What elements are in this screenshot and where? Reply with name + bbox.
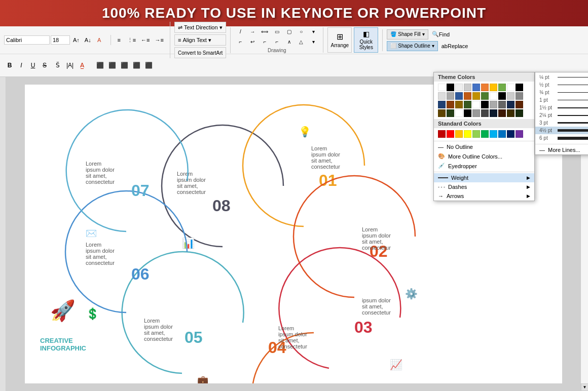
theme-color-swatch[interactable] [455, 109, 463, 117]
theme-color-swatch[interactable] [498, 109, 506, 117]
font-color-btn[interactable]: A̲ [77, 60, 88, 71]
find-btn[interactable]: 🔍 Find [430, 29, 452, 40]
weight-line-item[interactable]: 3 pt [535, 119, 588, 127]
theme-color-swatch[interactable] [507, 92, 514, 100]
font-clear-btn[interactable]: A [94, 35, 104, 45]
standard-color-swatch[interactable] [464, 130, 471, 138]
more-lines-item[interactable]: — More Lines... [535, 145, 588, 154]
theme-color-swatch[interactable] [507, 84, 514, 91]
more-shapes-btn[interactable]: ▾ [308, 27, 319, 36]
text-direction-btn[interactable]: ⇌ Text Direction ▾ [174, 22, 226, 33]
theme-color-swatch[interactable] [498, 92, 506, 100]
shape8-btn[interactable]: ▾ [308, 37, 319, 47]
bullet-list-btn[interactable]: ≡ [114, 35, 124, 45]
theme-color-swatch[interactable] [438, 101, 446, 108]
theme-color-swatch[interactable] [455, 101, 463, 108]
shape5-btn[interactable]: ⌐ [271, 37, 282, 47]
theme-color-swatch[interactable] [490, 92, 497, 100]
theme-color-swatch[interactable] [464, 101, 471, 108]
weight-line-item[interactable]: 1 pt [535, 96, 588, 104]
standard-color-swatch[interactable] [438, 130, 446, 138]
weight-line-item[interactable]: 1½ pt [535, 104, 588, 111]
weight-line-item[interactable]: ¾ pt [535, 89, 588, 96]
italic-btn[interactable]: I [16, 60, 27, 71]
weight-line-item[interactable]: 6 pt [535, 134, 588, 142]
theme-color-swatch[interactable] [447, 84, 454, 91]
arrows-item[interactable]: → Arrows [434, 191, 534, 201]
theme-color-swatch[interactable] [455, 92, 463, 100]
numbered-list-btn[interactable]: ⋮≡ [125, 35, 138, 45]
theme-color-swatch[interactable] [490, 84, 497, 91]
shape6-btn[interactable]: ∧ [283, 37, 295, 47]
shadow-btn[interactable]: S̈ [52, 60, 63, 71]
theme-color-swatch[interactable] [472, 101, 480, 108]
theme-color-swatch[interactable] [438, 84, 446, 91]
theme-color-swatch[interactable] [472, 92, 480, 100]
theme-color-swatch[interactable] [464, 84, 471, 91]
theme-color-swatch[interactable] [438, 109, 446, 117]
standard-color-swatch[interactable] [498, 130, 506, 138]
theme-color-swatch[interactable] [516, 92, 523, 100]
arrow-shape-btn[interactable]: → [247, 27, 258, 36]
theme-color-swatch[interactable] [516, 101, 523, 108]
align-center-btn[interactable]: ⬛ [106, 60, 118, 71]
shape-fill-btn[interactable]: 🪣 Shape Fill ▾ [387, 29, 428, 40]
quick-styles-btn[interactable]: ◧ Quick Styles [354, 27, 378, 53]
font-size-input[interactable] [51, 35, 70, 45]
theme-color-swatch[interactable] [464, 109, 471, 117]
shape7-btn[interactable]: △ [296, 37, 307, 47]
theme-color-swatch[interactable] [498, 101, 506, 108]
standard-color-swatch[interactable] [516, 130, 523, 138]
shape2-btn[interactable]: ⌐ [235, 37, 246, 47]
theme-color-swatch[interactable] [490, 101, 497, 108]
standard-color-swatch[interactable] [447, 130, 454, 138]
theme-color-swatch[interactable] [472, 84, 480, 91]
theme-color-swatch[interactable] [507, 109, 514, 117]
shape-outline-btn[interactable]: ⬜ Shape Outline ▾ [387, 41, 437, 51]
theme-color-swatch[interactable] [472, 109, 480, 117]
theme-color-swatch[interactable] [464, 92, 471, 100]
standard-color-swatch[interactable] [455, 130, 463, 138]
double-arrow-btn[interactable]: ⟺ [259, 27, 270, 36]
theme-color-swatch[interactable] [447, 101, 454, 108]
theme-color-swatch[interactable] [498, 84, 506, 91]
font-name-input[interactable] [4, 35, 50, 45]
theme-color-swatch[interactable] [516, 109, 523, 117]
line-shape-btn[interactable]: / [235, 27, 246, 36]
theme-color-swatch[interactable] [490, 109, 497, 117]
rounded-rect-btn[interactable]: ▢ [283, 27, 295, 36]
align-right-btn[interactable]: ⬛ [119, 60, 130, 71]
standard-color-swatch[interactable] [472, 130, 480, 138]
more-colors-item[interactable]: 🎨 More Outline Colors... [434, 151, 534, 161]
align-text-btn[interactable]: ≡ Align Text ▾ [174, 34, 226, 46]
font-grow-btn[interactable]: A↑ [71, 35, 82, 45]
theme-color-swatch[interactable] [481, 109, 489, 117]
shape3-btn[interactable]: ↩ [247, 37, 258, 47]
theme-color-swatch[interactable] [507, 101, 514, 108]
bold-btn[interactable]: B [4, 60, 15, 71]
dashes-item[interactable]: - - - Dashes [434, 182, 534, 191]
theme-color-swatch[interactable] [447, 92, 454, 100]
standard-color-swatch[interactable] [490, 130, 497, 138]
weight-line-item[interactable]: 4½ pt [535, 127, 588, 134]
standard-color-swatch[interactable] [481, 130, 489, 138]
strikethrough-btn[interactable]: S [39, 60, 50, 71]
char-spacing-btn[interactable]: |A| [64, 60, 76, 71]
theme-color-swatch[interactable] [481, 101, 489, 108]
justify-btn[interactable]: ⬛ [131, 60, 142, 71]
theme-color-swatch[interactable] [438, 92, 446, 100]
replace-btn[interactable]: ab Replace [439, 41, 470, 51]
col-btn[interactable]: ⬛ [143, 60, 154, 71]
shape4-btn[interactable]: ⌐ [259, 37, 270, 47]
weight-item[interactable]: Weight [434, 173, 534, 182]
decrease-indent-btn[interactable]: ←≡ [139, 35, 152, 45]
theme-color-swatch[interactable] [447, 109, 454, 117]
eyedropper-item[interactable]: 💉 Eyedropper [434, 161, 534, 171]
arrange-btn[interactable]: ⊞ Arrange [327, 27, 352, 53]
no-outline-item[interactable]: — No Outline [434, 142, 534, 151]
rect-shape-btn[interactable]: ▭ [271, 27, 282, 36]
font-shrink-btn[interactable]: A↓ [83, 35, 93, 45]
theme-color-swatch[interactable] [516, 84, 523, 91]
align-left-btn[interactable]: ⬛ [94, 60, 105, 71]
theme-color-swatch[interactable] [481, 92, 489, 100]
